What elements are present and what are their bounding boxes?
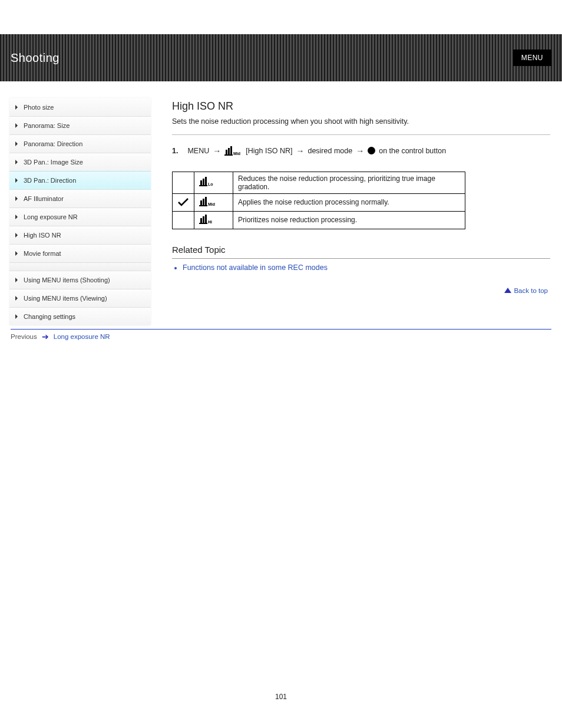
table-cell-desc: Applies the noise reduction processing n…	[233, 193, 465, 211]
chevron-right-icon	[15, 123, 18, 128]
center-button-icon	[368, 147, 375, 154]
arrow-icon: →	[213, 146, 221, 156]
path-suffix: on the control button	[379, 147, 446, 155]
sidebar-item[interactable]: AF Illuminator	[9, 189, 151, 207]
svg-rect-2	[230, 146, 232, 154]
footer-nav: Previous ➔ Long exposure NR	[11, 329, 551, 341]
svg-rect-5	[200, 180, 202, 185]
table-row: LoReduces the noise reduction processing…	[173, 172, 465, 193]
sidebar-item[interactable]: Panorama: Direction	[9, 134, 151, 153]
nr-mid-icon: Mid	[224, 146, 242, 156]
path-mode: desired mode	[308, 147, 352, 155]
up-triangle-icon	[504, 288, 511, 293]
sidebar-item[interactable]: 3D Pan.: Image Size	[9, 153, 151, 171]
svg-rect-16	[203, 216, 204, 223]
sidebar-item-label: High ISO NR	[24, 232, 61, 239]
footer-prev-link[interactable]: Long exposure NR	[54, 333, 110, 340]
sidebar-item[interactable]: Movie format	[9, 244, 151, 262]
svg-rect-18	[199, 223, 207, 224]
svg-rect-7	[205, 177, 207, 185]
sidebar-item[interactable]: Using MENU items (Shooting)	[9, 271, 151, 289]
sidebar-item[interactable]: Changing settings	[9, 307, 151, 325]
divider	[172, 134, 550, 135]
svg-text:Mid: Mid	[233, 151, 240, 156]
table-cell-check	[173, 172, 194, 193]
sidebar-item[interactable]: High ISO NR	[9, 226, 151, 244]
menu-path: 1. MENU → Mid [High ISO NR] → desired mo…	[172, 146, 550, 156]
sidebar-item-label: Using MENU items (Viewing)	[24, 295, 107, 302]
sidebar-item-label: AF Illuminator	[24, 195, 64, 202]
svg-rect-6	[203, 179, 204, 185]
svg-text:Hi: Hi	[208, 220, 212, 224]
table-row: HiPrioritizes noise reduction processing…	[173, 211, 465, 229]
svg-rect-0	[226, 150, 227, 154]
sidebar-item[interactable]: Panorama: Size	[9, 116, 151, 134]
sidebar-item-label: Using MENU items (Shooting)	[24, 276, 110, 284]
arrow-icon: →	[296, 146, 304, 156]
path-option: [High ISO NR]	[246, 147, 292, 155]
path-menu: MENU	[187, 147, 209, 155]
page-title: High ISO NR	[172, 98, 550, 113]
chevron-right-icon	[15, 141, 18, 146]
svg-rect-13	[199, 205, 207, 206]
sidebar-item-label: 3D Pan.: Direction	[24, 177, 76, 184]
related-links: Functions not available in some REC mode…	[172, 263, 550, 272]
step-number: 1.	[172, 147, 178, 155]
sidebar-item-label: Panorama: Direction	[24, 140, 82, 147]
sidebar-item-label: Long exposure NR	[24, 213, 78, 220]
sidebar-item[interactable]: Using MENU items (Viewing)	[9, 289, 151, 307]
svg-rect-8	[199, 185, 207, 186]
header-badge: MENU	[513, 50, 551, 66]
page-number: 101	[0, 693, 562, 701]
table-cell-icon: Lo	[194, 172, 233, 193]
sidebar-item[interactable]: 3D Pan.: Direction	[9, 171, 151, 189]
sidebar-item-label: Photo size	[24, 104, 54, 111]
table-cell-desc: Prioritizes noise reduction processing.	[233, 211, 465, 229]
sidebar-gap	[9, 262, 151, 271]
options-table: LoReduces the noise reduction processing…	[172, 172, 465, 229]
chevron-right-icon	[15, 160, 18, 164]
svg-rect-3	[224, 154, 233, 156]
chevron-right-icon	[15, 278, 18, 282]
sidebar-item[interactable]: Photo size	[9, 98, 151, 116]
chevron-right-icon	[15, 233, 18, 238]
table-cell-check	[173, 211, 194, 229]
sidebar: Photo sizePanorama: SizePanorama: Direct…	[9, 98, 151, 325]
footer-prev-label: Previous	[11, 333, 37, 340]
sidebar-item[interactable]: Long exposure NR	[9, 207, 151, 226]
svg-rect-10	[200, 200, 202, 205]
table-cell-icon: Hi	[194, 211, 233, 229]
back-to-top-label: Back to top	[514, 287, 548, 294]
check-icon	[177, 197, 189, 207]
svg-rect-15	[200, 218, 202, 223]
intro-text: Sets the noise reduction processing when…	[172, 116, 550, 127]
table-cell-desc: Reduces the noise reduction processing, …	[233, 172, 465, 193]
chevron-right-icon	[15, 296, 18, 301]
svg-rect-1	[228, 148, 230, 154]
chevron-right-icon	[15, 178, 18, 183]
related-heading: Related Topic	[172, 245, 550, 255]
table-cell-check	[173, 193, 194, 211]
arrow-icon: →	[356, 146, 364, 156]
svg-rect-12	[205, 197, 207, 205]
header-bar: Shooting MENU	[0, 34, 562, 81]
header-title: Shooting	[11, 51, 59, 65]
related-link[interactable]: Functions not available in some REC mode…	[183, 263, 328, 272]
chevron-right-icon	[15, 196, 18, 201]
chevron-right-icon	[15, 105, 18, 110]
table-cell-icon: Mid	[194, 193, 233, 211]
sidebar-item-label: 3D Pan.: Image Size	[24, 159, 83, 166]
svg-text:Lo: Lo	[208, 182, 213, 186]
svg-rect-11	[203, 199, 204, 205]
table-row: MidApplies the noise reduction processin…	[173, 193, 465, 211]
back-to-top[interactable]: Back to top	[172, 287, 550, 294]
chevron-right-icon	[15, 314, 18, 319]
arrow-right-icon: ➔	[42, 332, 49, 341]
chevron-right-icon	[15, 251, 18, 256]
sidebar-item-label: Changing settings	[24, 313, 75, 320]
chevron-right-icon	[15, 215, 18, 219]
svg-rect-17	[205, 215, 207, 223]
divider	[172, 258, 550, 259]
main-content: High ISO NR Sets the noise reduction pro…	[151, 98, 562, 325]
sidebar-item-label: Movie format	[24, 250, 61, 257]
